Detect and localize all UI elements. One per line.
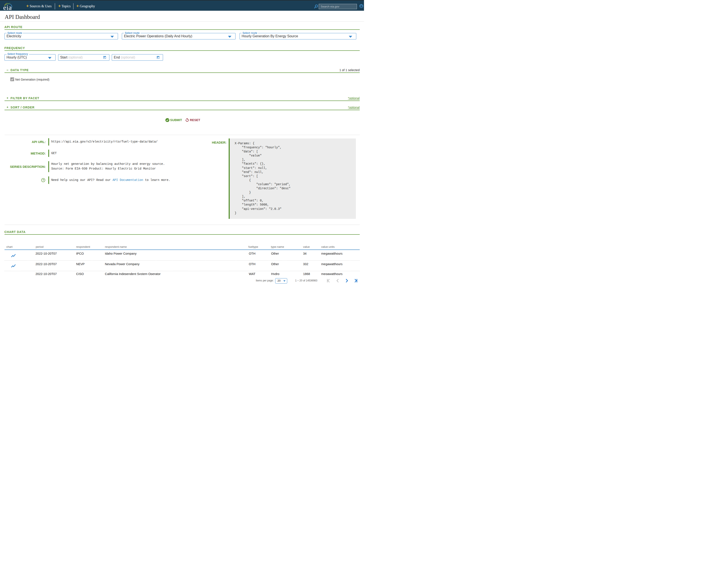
svg-text:?: ? (42, 179, 44, 182)
svg-text:eia: eia (3, 4, 12, 11)
